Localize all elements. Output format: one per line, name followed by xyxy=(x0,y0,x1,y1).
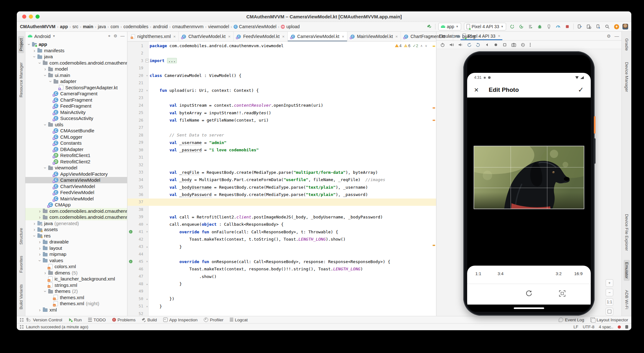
code-line[interactable]: 38 xyxy=(127,206,436,213)
layout-inspector-icon[interactable] xyxy=(586,23,592,30)
code-line[interactable]: 46 Toast.makeText(context, response.body… xyxy=(127,265,436,273)
project-tree-row[interactable]: colors.xml xyxy=(25,263,127,270)
settings-gear-icon[interactable]: ⚙ xyxy=(113,34,117,39)
breadcrumb-item[interactable]: app xyxy=(60,24,68,29)
project-tree-row[interactable]: FeedViewModel xyxy=(25,189,127,196)
tab-close-icon[interactable]: × xyxy=(228,34,231,39)
tree-chevron-icon[interactable] xyxy=(37,214,42,220)
code-line[interactable]: 47 .show() xyxy=(127,273,436,281)
read-lock-icon[interactable] xyxy=(618,325,621,329)
minimize-window-button[interactable] xyxy=(29,15,33,19)
tool-window-bar-item[interactable]: Problems xyxy=(112,318,136,322)
editor-tab[interactable]: night/themes.xml × xyxy=(128,32,179,41)
project-tree-row[interactable]: utils xyxy=(25,122,127,128)
status-bar-item[interactable]: 4 spac.. xyxy=(599,325,613,329)
tree-chevron-icon[interactable] xyxy=(32,234,37,238)
tree-chevron-icon[interactable] xyxy=(37,251,42,257)
tool-window-button[interactable]: Device File Explorer xyxy=(624,212,630,253)
settings-gear-icon[interactable]: ⚙ xyxy=(607,34,611,39)
code-line[interactable]: 44 xyxy=(127,250,436,258)
overview-icon[interactable] xyxy=(502,42,507,47)
override-gutter-icon[interactable] xyxy=(129,230,132,234)
project-tree-row[interactable]: drawable xyxy=(25,239,127,245)
rotate-photo-button[interactable] xyxy=(525,290,533,299)
editor-tab[interactable]: ChartViewModel.kt × xyxy=(179,32,234,41)
tab-close-icon[interactable]: × xyxy=(282,34,285,39)
profiler-icon[interactable] xyxy=(555,23,561,30)
project-tree-row[interactable]: themes (2) xyxy=(25,288,127,294)
project-tree-row[interactable]: CMApp xyxy=(25,202,127,208)
project-tree-row[interactable]: java xyxy=(25,54,127,60)
confirm-crop-button[interactable]: ✓ xyxy=(578,86,584,94)
project-tree-row[interactable]: manifests xyxy=(25,47,127,54)
update-notification-icon[interactable] xyxy=(613,23,620,30)
code-line[interactable]: 21 xyxy=(127,79,436,87)
emulator-zoom-button[interactable]: + xyxy=(606,279,613,287)
project-tree-row[interactable]: MainActivity xyxy=(25,109,127,116)
project-tree-row[interactable]: RetrofitClient2 xyxy=(25,159,127,165)
crop-photo-area[interactable] xyxy=(474,146,584,209)
code-line[interactable]: 50 }) xyxy=(127,295,436,303)
code-line[interactable]: 20 class CameraViewModel : ViewModel() { xyxy=(127,72,436,79)
hide-panel-icon[interactable]: — xyxy=(615,34,619,39)
code-line[interactable]: 37 xyxy=(127,199,436,206)
emulator-device-tab[interactable]: Pixel 4 API 33 × xyxy=(460,32,502,40)
project-tree-row[interactable]: com.codemobiles.android.cmauthenmv xyxy=(25,60,127,66)
project-tree-row[interactable]: model xyxy=(25,66,127,72)
home-icon[interactable] xyxy=(493,42,498,47)
tool-window-button[interactable]: Resource Manager xyxy=(18,60,24,100)
tree-chevron-icon[interactable] xyxy=(37,245,42,251)
fold-marker-icon[interactable] xyxy=(145,89,150,92)
breadcrumb-item[interactable]: CMAuthenMVVM xyxy=(20,24,55,29)
tree-chevron-icon[interactable] xyxy=(27,42,32,47)
tree-chevron-icon[interactable] xyxy=(43,66,48,72)
fold-marker-icon[interactable] xyxy=(145,59,150,62)
code-line[interactable]: 30 val _password = "i love codemobiles" xyxy=(127,146,436,154)
code-line[interactable]: 43 } xyxy=(127,243,436,251)
tree-chevron-icon[interactable] xyxy=(43,73,48,78)
tree-chevron-icon[interactable] xyxy=(37,61,43,66)
code-line[interactable]: 33 val _reqFile = RequestBody.create(Med… xyxy=(127,169,436,176)
editor-tab[interactable]: ChartFragment.kt × xyxy=(401,32,453,41)
tab-close-icon[interactable]: × xyxy=(342,34,345,39)
scrollbar-error-stripe-mark[interactable] xyxy=(433,120,435,121)
project-tree-row[interactable]: CMLogger xyxy=(25,134,127,140)
code-line[interactable]: 27 xyxy=(127,124,436,132)
project-tree-row[interactable]: RetrofitClient1 xyxy=(25,152,127,159)
project-tree-row[interactable]: themes.xml xyxy=(25,294,127,301)
code-line[interactable]: 1 package com.codemobiles.android.cmauth… xyxy=(127,42,436,50)
project-tree-row[interactable]: xml xyxy=(25,307,127,313)
project-tree-row[interactable]: ChartFragment xyxy=(25,97,127,103)
hide-panel-icon[interactable]: — xyxy=(120,34,125,39)
code-line[interactable]: 23 xyxy=(127,94,436,102)
code-line[interactable]: 22 fun upload(uri: Uri, context: Context… xyxy=(127,87,436,94)
project-tree-row[interactable]: assets xyxy=(25,226,127,233)
device-select[interactable]: Pixel 4 API 33 ▼ xyxy=(464,23,506,30)
tool-window-bar-item[interactable]: Version Control xyxy=(26,318,62,322)
back-icon[interactable] xyxy=(485,42,489,47)
tree-chevron-icon[interactable] xyxy=(43,166,48,170)
tree-chevron-icon[interactable] xyxy=(43,289,48,294)
breadcrumb-item[interactable]: java xyxy=(98,24,106,29)
stop-icon[interactable] xyxy=(564,23,570,30)
project-tree-row[interactable]: ui.main xyxy=(25,72,127,79)
emulator-zoom-button[interactable]: 1:1 xyxy=(606,298,613,306)
editor-tab[interactable]: CameraViewModel.kt × xyxy=(288,32,347,41)
breadcrumb-item[interactable]: upload xyxy=(281,24,299,29)
code-line[interactable]: 52 xyxy=(127,310,436,316)
tab-close-icon[interactable]: × xyxy=(173,34,176,39)
power-icon[interactable] xyxy=(440,42,445,47)
hidden-tabs-chevron-icon[interactable]: ▼ xyxy=(430,35,434,38)
attach-debugger-icon[interactable] xyxy=(546,23,552,30)
tree-chevron-icon[interactable] xyxy=(43,270,48,275)
tree-chevron-icon[interactable] xyxy=(43,123,48,127)
scrollbar-error-stripe-mark[interactable] xyxy=(433,46,435,47)
code-line[interactable]: 28 // Sent Data to server xyxy=(127,131,436,139)
run-configuration-select[interactable]: app ▼ xyxy=(438,23,461,30)
code-line[interactable]: 51 } xyxy=(127,303,436,310)
breadcrumb-item[interactable]: codemobiles xyxy=(123,24,148,29)
tool-window-button[interactable]: Device Manager xyxy=(624,60,630,94)
tool-window-bar-item[interactable]: TODO xyxy=(88,318,106,322)
user-avatar[interactable] xyxy=(622,24,628,29)
code-line[interactable]: 3 import ... xyxy=(127,57,436,65)
